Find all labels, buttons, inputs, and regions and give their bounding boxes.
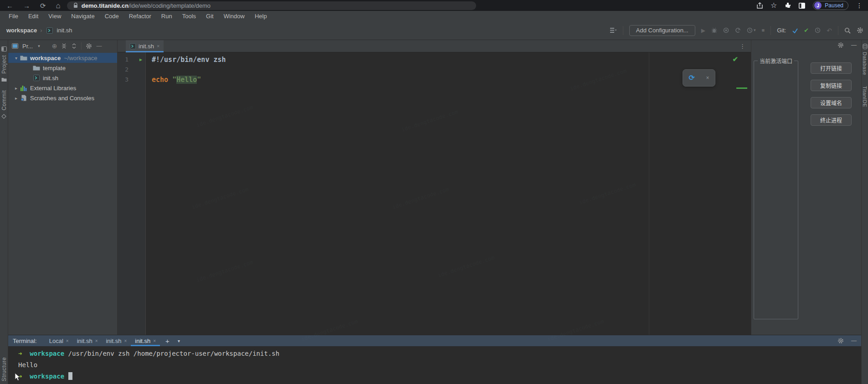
home-icon[interactable]: ⌂ xyxy=(56,2,61,10)
menu-edit[interactable]: Edit xyxy=(23,12,43,20)
url-host: demo.titanide.cn xyxy=(82,2,128,9)
menu-navigate[interactable]: Navigate xyxy=(66,12,99,20)
reload-icon[interactable]: ⟳ xyxy=(40,2,46,9)
stripe-tab-project[interactable]: Project xyxy=(1,55,7,74)
expand-all-icon[interactable] xyxy=(61,43,67,49)
open-link-button[interactable]: 打开链接 xyxy=(811,62,852,74)
set-domain-button[interactable]: 设置域名 xyxy=(811,97,852,108)
editor-tab-init-sh[interactable]: init.sh × xyxy=(126,40,164,52)
stop-icon[interactable]: ■ xyxy=(761,28,765,33)
stripe-tab-commit[interactable]: Commit xyxy=(1,90,7,110)
hide-panel-icon[interactable]: — xyxy=(96,43,102,49)
debug-icon[interactable] xyxy=(711,27,717,33)
chevron-closed-icon[interactable]: ▸ xyxy=(13,86,20,91)
chevron-closed-icon[interactable]: ▸ xyxy=(13,96,20,101)
coverage-icon[interactable] xyxy=(723,27,729,33)
terminal-output[interactable]: ➜ workspace /usr/bin/env zsh /home/proje… xyxy=(8,346,861,384)
tree-item-workspace[interactable]: ▾workspace~/workspace xyxy=(8,53,117,63)
project-view-icon[interactable] xyxy=(12,43,18,49)
menu-view[interactable]: View xyxy=(43,12,66,20)
folder-icon xyxy=(32,65,41,71)
add-configuration-button[interactable]: Add Configuration... xyxy=(629,25,695,36)
tree-item-scratches-and-consoles[interactable]: ▸Scratches and Consoles xyxy=(8,93,117,103)
git-update-icon[interactable] xyxy=(792,27,798,33)
hide-panel-icon[interactable]: — xyxy=(851,42,857,48)
gem-icon[interactable] xyxy=(1,114,6,119)
menu-tools[interactable]: Tools xyxy=(177,12,201,20)
extensions-puzzle-icon[interactable] xyxy=(785,2,791,9)
panel-settings-gear-icon[interactable] xyxy=(837,42,844,48)
toolbar-separator xyxy=(81,42,82,50)
terminal-line: Hello xyxy=(18,359,861,371)
terminal-tab-local-0[interactable]: Local× xyxy=(45,335,73,346)
stripe-tab-titanide[interactable]: TitanIDE xyxy=(862,86,868,107)
tree-item-template[interactable]: template xyxy=(8,63,117,73)
close-icon[interactable]: × xyxy=(66,338,69,343)
settings-gear-icon[interactable] xyxy=(857,27,863,34)
run-icon[interactable]: ▶ xyxy=(701,28,705,33)
panel-settings-gear-icon[interactable] xyxy=(86,43,92,49)
history-icon[interactable] xyxy=(815,27,821,33)
run-configurations-icon[interactable] xyxy=(610,27,617,33)
bookmark-star-icon[interactable]: ☆ xyxy=(770,2,777,9)
line-number: 2 xyxy=(122,65,128,75)
tool-window-icon[interactable] xyxy=(1,46,7,51)
menu-help[interactable]: Help xyxy=(250,12,272,20)
terminal-tab-init-sh-3[interactable]: init.sh× xyxy=(131,335,160,346)
terminal-dropdown-icon[interactable]: ▾ xyxy=(175,338,183,343)
select-opened-file-icon[interactable]: ⊕ xyxy=(52,43,57,49)
sync-icon[interactable]: ⟳ xyxy=(688,74,694,82)
gutter-line: 2 xyxy=(118,65,145,75)
run-line-icon[interactable]: ▶ xyxy=(139,57,142,62)
breadcrumb-workspace[interactable]: workspace xyxy=(6,27,37,34)
git-commit-icon[interactable]: ✔ xyxy=(804,27,809,34)
back-icon[interactable]: ← xyxy=(6,2,13,9)
inspections-ok-icon[interactable]: ✔ xyxy=(732,55,738,63)
editor-tab-bar: init.sh × ⋮ xyxy=(118,40,751,52)
terminate-process-button[interactable]: 终止进程 xyxy=(811,114,852,126)
stripe-tab-database[interactable]: Database xyxy=(862,52,868,75)
terminal-label: Terminal: xyxy=(13,338,37,344)
side-panel-icon[interactable] xyxy=(799,3,805,9)
menu-window[interactable]: Window xyxy=(219,12,250,20)
terminal-tab-init-sh-2[interactable]: init.sh× xyxy=(102,335,131,346)
chevron-open-icon[interactable]: ▾ xyxy=(13,56,20,61)
close-icon[interactable]: × xyxy=(95,338,98,343)
menu-git[interactable]: Git xyxy=(201,12,219,20)
project-panel-title[interactable]: Pr... xyxy=(22,43,33,50)
tree-item-init-sh[interactable]: init.sh xyxy=(8,73,117,83)
terminal-settings-gear-icon[interactable] xyxy=(837,338,844,344)
share-icon[interactable] xyxy=(757,2,763,9)
chevron-down-icon[interactable]: ▾ xyxy=(38,44,40,48)
editor-code-area[interactable]: #!/usr/bin/env zshecho "Hello" xyxy=(146,52,751,335)
new-terminal-icon[interactable]: + xyxy=(162,337,173,345)
stripe-tab-structure[interactable]: Structure xyxy=(1,357,7,381)
browser-menu-dots-icon[interactable]: ⋮ xyxy=(856,2,863,9)
database-icon[interactable] xyxy=(863,44,868,49)
menu-file[interactable]: File xyxy=(4,12,23,20)
profile-paused-pill[interactable]: J Paused xyxy=(813,1,848,10)
hide-terminal-icon[interactable]: — xyxy=(851,338,857,344)
breadcrumb-file[interactable]: init.sh xyxy=(57,27,72,34)
search-everywhere-icon[interactable] xyxy=(844,27,851,34)
address-bar[interactable]: demo.titanide.cn/ide/web/coding/template… xyxy=(67,1,476,10)
profiler-icon[interactable] xyxy=(735,27,741,33)
close-icon[interactable]: × xyxy=(124,338,127,343)
menu-run[interactable]: Run xyxy=(156,12,177,20)
close-icon[interactable]: × xyxy=(153,338,156,343)
menu-code[interactable]: Code xyxy=(100,12,124,20)
project-tree: ▾workspace~/workspacetemplateinit.sh▸Ext… xyxy=(8,53,117,103)
tree-item-external-libraries[interactable]: ▸External Libraries xyxy=(8,83,117,93)
collapse-all-icon[interactable] xyxy=(71,43,77,49)
close-icon[interactable]: × xyxy=(706,75,709,81)
close-icon[interactable]: × xyxy=(157,43,159,49)
run-with-dropdown-icon[interactable]: ▾ xyxy=(747,27,756,33)
tab-options-icon[interactable]: ⋮ xyxy=(740,43,745,50)
terminal-tab-init-sh-1[interactable]: init.sh× xyxy=(73,335,102,346)
terminal-tab-label: Local xyxy=(49,338,63,344)
menu-refactor[interactable]: Refactor xyxy=(124,12,156,20)
rollback-icon[interactable]: ↶ xyxy=(827,27,832,34)
forward-icon[interactable]: → xyxy=(23,2,30,9)
gutter-line: 1▶ xyxy=(118,55,145,65)
copy-link-button[interactable]: 复制链接 xyxy=(811,80,852,91)
